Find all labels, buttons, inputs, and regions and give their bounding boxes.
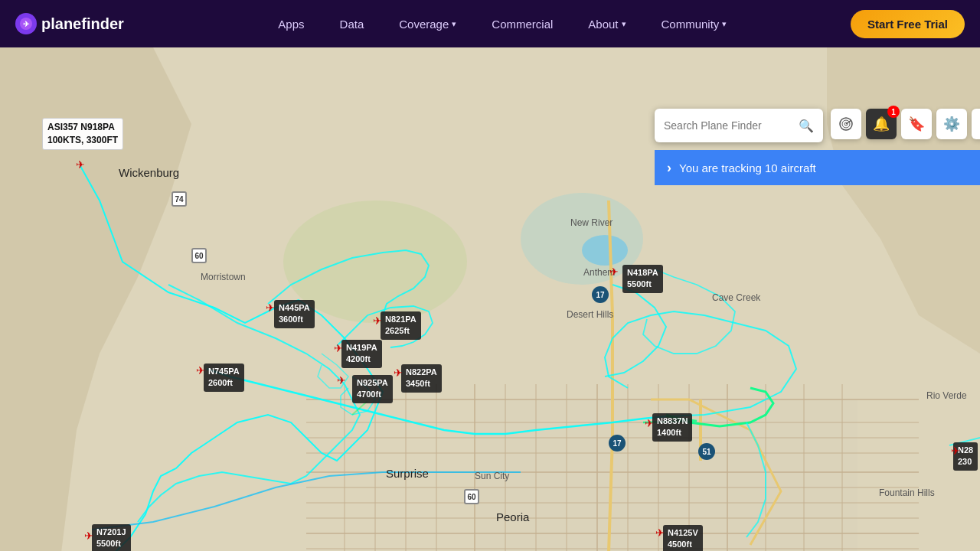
- bookmark-button[interactable]: 🔖: [901, 109, 932, 139]
- community-chevron-icon: ▾: [722, 19, 727, 29]
- aircraft-icon-n822pa[interactable]: ✈: [394, 367, 403, 379]
- user-button[interactable]: 👤: [972, 109, 980, 139]
- nav-apps[interactable]: Apps: [264, 11, 318, 37]
- aircraft-id-asi357: ASI357 N918PA: [47, 121, 118, 134]
- logo-text: planefinder: [41, 15, 124, 33]
- search-icon[interactable]: 🔍: [799, 119, 814, 133]
- aircraft-icon-n418pa[interactable]: ✈: [609, 266, 619, 278]
- road-i17-north: 17: [592, 286, 609, 303]
- road-i17-south: 17: [609, 435, 626, 452]
- aircraft-label-n821pa[interactable]: N821PA2625ft: [381, 311, 421, 340]
- navbar: ✈ planefinder Apps Data Coverage ▾ Comme…: [0, 0, 980, 47]
- about-chevron-icon: ▾: [622, 19, 626, 29]
- bookmark-icon: 🔖: [908, 116, 925, 132]
- aircraft-icon-n8837n[interactable]: ✈: [645, 417, 654, 429]
- radar-button[interactable]: [831, 109, 861, 139]
- aircraft-icon-n289[interactable]: ✈: [951, 445, 960, 457]
- svg-point-6: [582, 235, 628, 266]
- road-i51: 51: [698, 443, 715, 460]
- logo[interactable]: ✈ planefinder: [15, 13, 124, 34]
- aircraft-icon-n419pa[interactable]: ✈: [334, 342, 343, 354]
- aircraft-icon-asi357[interactable]: ✈: [76, 158, 85, 171]
- aircraft-label-n419pa[interactable]: N419PA4200ft: [341, 340, 382, 368]
- nav-links: Apps Data Coverage ▾ Commercial About ▾ …: [155, 11, 851, 37]
- aircraft-icon-n821pa[interactable]: ✈: [373, 315, 382, 327]
- map-container[interactable]: Wickenburg Morristown New River Anthem D…: [0, 47, 980, 551]
- aircraft-label-n4125v[interactable]: N4125V4500ft: [663, 525, 703, 551]
- nav-community[interactable]: Community ▾: [648, 11, 741, 37]
- aircraft-label-n8837n[interactable]: N8837N1400ft: [652, 413, 692, 442]
- tracking-text: You are tracking 10 aircraft: [679, 161, 816, 174]
- logo-icon: ✈: [15, 13, 37, 34]
- aircraft-label-n745pa[interactable]: N745PA2600ft: [204, 364, 244, 392]
- road-74: 74: [172, 191, 187, 207]
- aircraft-icon-n925pa[interactable]: ✈: [337, 374, 346, 386]
- start-free-button[interactable]: Start Free Trial: [851, 10, 965, 38]
- search-bar: 🔍: [655, 109, 823, 142]
- svg-text:✈: ✈: [23, 20, 30, 28]
- aircraft-label-n418pa[interactable]: N418PA5500ft: [622, 265, 663, 293]
- svg-line-37: [846, 120, 851, 124]
- tracking-banner[interactable]: › You are tracking 10 aircraft: [655, 150, 980, 185]
- aircraft-label-n7201j[interactable]: N7201J5500ft: [92, 524, 131, 551]
- aircraft-label-asi357[interactable]: ASI357 N918PA 100KTS, 3300FT: [42, 118, 123, 150]
- bell-icon: 🔔: [873, 116, 890, 132]
- nav-about[interactable]: About ▾: [574, 11, 639, 37]
- aircraft-icon-n4125v[interactable]: ✈: [655, 527, 665, 539]
- nav-data[interactable]: Data: [326, 11, 378, 37]
- aircraft-label-n925pa[interactable]: N925PA4700ft: [352, 375, 393, 403]
- settings-button[interactable]: ⚙️: [936, 109, 967, 139]
- tracking-chevron-icon: ›: [667, 160, 671, 176]
- nav-coverage[interactable]: Coverage ▾: [385, 11, 470, 37]
- aircraft-icon-n445pa[interactable]: ✈: [266, 302, 275, 314]
- toolbar: 🔔 1 🔖 ⚙️ 👤: [831, 109, 980, 139]
- radar-icon: [838, 116, 854, 132]
- coverage-chevron-icon: ▾: [452, 19, 456, 29]
- road-60-west: 60: [191, 248, 207, 263]
- road-60-east: 60: [464, 489, 479, 504]
- gear-icon: ⚙️: [943, 116, 960, 132]
- aircraft-icon-n7201j[interactable]: ✈: [84, 530, 93, 542]
- aircraft-detail-asi357: 100KTS, 3300FT: [47, 134, 118, 147]
- notification-badge: 1: [887, 106, 900, 118]
- aircraft-icon-n745pa[interactable]: ✈: [196, 364, 205, 377]
- search-input[interactable]: [664, 119, 799, 132]
- aircraft-label-n822pa[interactable]: N822PA3450ft: [401, 364, 442, 393]
- nav-commercial[interactable]: Commercial: [478, 11, 567, 37]
- aircraft-label-n445pa[interactable]: N445PA3600ft: [274, 300, 315, 328]
- notifications-button[interactable]: 🔔 1: [866, 109, 897, 139]
